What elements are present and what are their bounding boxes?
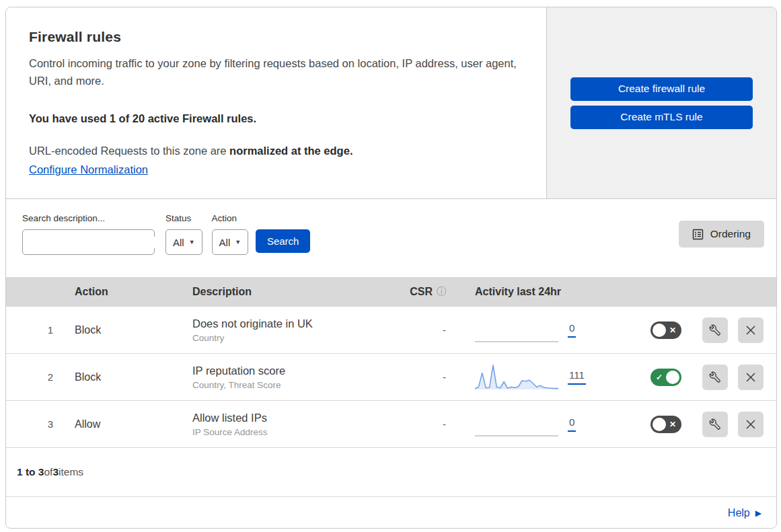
table-row: 1 Block Does not originate in UK Country… (6, 307, 776, 354)
activity-sparkline (475, 317, 558, 344)
page-description: Control incoming traffic to your zone by… (29, 54, 530, 90)
x-icon: ✕ (669, 326, 676, 335)
info-circle-icon[interactable]: ⓘ (437, 286, 446, 298)
create-mtls-rule-button[interactable]: Create mTLS rule (570, 106, 753, 129)
help-link[interactable]: Help ▶ (728, 507, 761, 519)
rule-action: Block (53, 324, 171, 336)
cta-panel: Create firewall rule Create mTLS rule (546, 7, 776, 198)
edit-rule-button[interactable] (702, 365, 728, 390)
page-title: Firewall rules (29, 29, 526, 45)
table-header: Action Description CSR ⓘ Activity last 2… (6, 277, 776, 307)
enable-toggle[interactable]: ✓ ✕ (650, 416, 681, 433)
rule-activity-cell: 111 (458, 364, 620, 391)
enable-toggle[interactable]: ✓ ✕ (650, 369, 681, 386)
search-input[interactable] (35, 237, 169, 248)
normalization-note-bold: normalized at the edge. (229, 145, 352, 157)
wrench-icon (709, 324, 721, 336)
create-firewall-rule-button[interactable]: Create firewall rule (570, 77, 753, 101)
table-row: 2 Block IP reputation score Country, Thr… (6, 354, 776, 401)
toggle-knob (653, 418, 666, 431)
status-dropdown[interactable]: All ▼ (165, 229, 202, 255)
rule-controls: ✓ ✕ (620, 365, 776, 390)
search-button[interactable]: Search (256, 229, 310, 253)
configure-normalization-link[interactable]: Configure Normalization (29, 163, 148, 176)
wrench-icon (709, 418, 721, 430)
firewall-rules-card: Firewall rules Control incoming traffic … (5, 7, 777, 529)
arrow-right-icon: ▶ (755, 508, 761, 518)
wrench-icon (709, 371, 721, 383)
help-row: Help ▶ (6, 496, 776, 529)
status-dropdown-value: All (173, 237, 184, 248)
rule-description-cell: IP reputation score Country, Threat Scor… (171, 365, 381, 390)
chevron-down-icon: ▼ (189, 239, 195, 245)
items-word: items (59, 466, 83, 478)
rule-description: Does not originate in UK (192, 317, 381, 330)
activity-sparkline (475, 411, 558, 438)
toggle-knob (666, 371, 679, 384)
rule-controls: ✓ ✕ (620, 317, 776, 343)
delete-rule-button[interactable] (738, 412, 764, 437)
status-label: Status (165, 213, 202, 223)
column-action: Action (53, 286, 171, 298)
chevron-down-icon: ▼ (235, 239, 241, 245)
enable-toggle[interactable]: ✓ ✕ (650, 321, 681, 339)
rule-controls: ✓ ✕ (620, 412, 776, 437)
items-range: 1 to 3 (17, 466, 44, 478)
rule-description: Allow listed IPs (192, 412, 381, 424)
rule-csr-value: - (381, 418, 458, 430)
action-dropdown[interactable]: All ▼ (212, 229, 249, 255)
rule-criteria: Country, Threat Score (192, 380, 381, 390)
action-filter-group: Action All ▼ (212, 213, 249, 255)
rule-activity-cell: 0 (458, 411, 620, 438)
intro-text-block: Firewall rules Control incoming traffic … (6, 7, 546, 198)
rule-priority: 1 (6, 324, 53, 336)
x-icon (745, 419, 756, 430)
edit-rule-button[interactable] (702, 317, 728, 343)
rule-activity-cell: 0 (458, 317, 620, 344)
delete-rule-button[interactable] (738, 365, 764, 390)
rule-action: Allow (53, 418, 171, 430)
table-row: 3 Allow Allow listed IPs IP Source Addre… (6, 401, 776, 448)
rule-action: Block (53, 371, 171, 383)
search-label: Search description... (22, 213, 155, 223)
search-box (22, 229, 155, 255)
column-description: Description (171, 286, 381, 298)
rule-csr-value: - (381, 371, 458, 383)
items-of: of (44, 466, 52, 478)
help-label: Help (728, 507, 750, 519)
rule-priority: 2 (6, 371, 53, 383)
edit-rule-button[interactable] (702, 412, 728, 437)
overview-section: Firewall rules Control incoming traffic … (6, 7, 776, 199)
rule-criteria: Country (192, 333, 381, 343)
rule-criteria: IP Source Address (192, 427, 381, 437)
items-count: 1 to 3 of 3 items (6, 448, 776, 496)
rule-csr-value: - (381, 324, 458, 336)
ordered-list-icon (692, 229, 704, 240)
activity-count-link[interactable]: 111 (568, 369, 586, 385)
activity-sparkline (475, 364, 558, 391)
usage-summary: You have used 1 of 20 active Firewall ru… (29, 112, 526, 125)
rule-description-cell: Does not originate in UK Country (171, 317, 381, 343)
delete-rule-button[interactable] (738, 317, 764, 343)
rule-description: IP reputation score (192, 365, 381, 377)
column-csr: CSR ⓘ (381, 286, 458, 298)
normalization-note-text: URL-encoded Requests to this zone are (29, 145, 229, 157)
action-label: Action (212, 213, 249, 223)
filter-bar: Search description... Status All ▼ Actio… (6, 199, 776, 277)
x-icon (745, 372, 756, 383)
column-csr-label: CSR (410, 286, 433, 298)
activity-count-link[interactable]: 0 (568, 416, 576, 432)
x-icon (745, 325, 756, 336)
status-filter-group: Status All ▼ (165, 213, 202, 255)
ordering-button[interactable]: Ordering (679, 221, 764, 248)
activity-count-link[interactable]: 0 (568, 322, 576, 338)
table-body: 1 Block Does not originate in UK Country… (6, 307, 776, 448)
normalization-note: URL-encoded Requests to this zone are no… (29, 145, 526, 157)
x-icon: ✕ (669, 420, 676, 429)
search-group: Search description... (22, 213, 155, 255)
column-activity: Activity last 24hr (458, 286, 620, 298)
rule-priority: 3 (6, 418, 53, 430)
rule-description-cell: Allow listed IPs IP Source Address (171, 412, 381, 437)
check-icon: ✓ (656, 373, 663, 382)
toggle-knob (653, 324, 666, 337)
